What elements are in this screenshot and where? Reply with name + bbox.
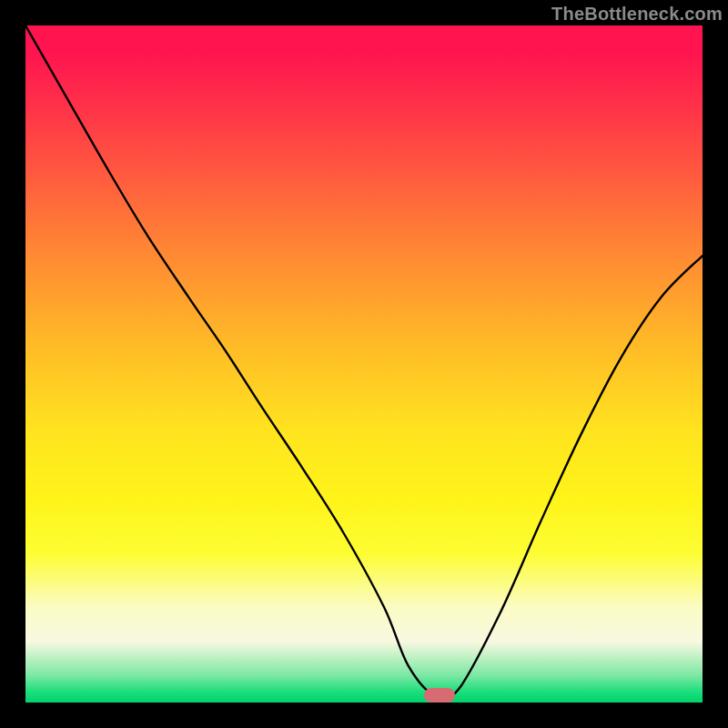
plot-area bbox=[25, 25, 703, 703]
chart-frame: TheBottleneck.com bbox=[0, 0, 728, 728]
bottleneck-curve bbox=[25, 25, 703, 703]
optimum-marker bbox=[424, 688, 455, 703]
watermark-text: TheBottleneck.com bbox=[551, 4, 723, 25]
